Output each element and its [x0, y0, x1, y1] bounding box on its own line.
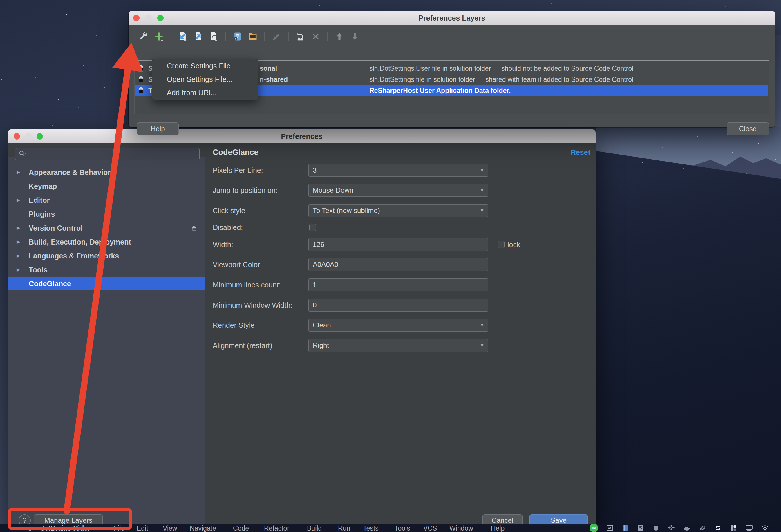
dialog-titlebar[interactable]: Preferences Layers	[128, 11, 775, 25]
disabled-checkbox[interactable]	[309, 224, 316, 231]
lock-checkbox-label: lock	[507, 238, 520, 251]
sidebar-item-codeglance[interactable]: CodeGlance	[8, 277, 205, 290]
chevron-right-icon: ▶	[16, 194, 20, 207]
magnet-app-icon[interactable]	[714, 524, 722, 532]
sidebar-item-keymap[interactable]: Keymap	[8, 179, 205, 193]
window-titlebar[interactable]: Preferences	[8, 129, 595, 144]
cat-app-icon[interactable]	[652, 524, 660, 532]
menu-item-run[interactable]: Run	[338, 524, 350, 532]
wallpaper-stars	[0, 0, 1, 1]
render-style-select[interactable]: Clean ▼	[309, 319, 488, 332]
chevron-right-icon: ▶	[16, 263, 20, 277]
menu-item-build[interactable]: Build	[307, 524, 322, 532]
close-button[interactable]: Close	[727, 122, 769, 135]
toolbar-separator	[171, 32, 171, 41]
split-panels-app-icon[interactable]	[621, 524, 629, 532]
layer-name-fragment: sonal	[260, 63, 277, 74]
help-button[interactable]: Help	[137, 122, 179, 135]
layer-description: ReSharperHost User Application Data fold…	[369, 85, 510, 96]
status-icons: LINE	[589, 524, 769, 532]
preferences-window: Preferences ▶ Appearance & Behavior Keym…	[8, 129, 595, 532]
wallpaper-sky-sliver	[775, 35, 781, 127]
sidebar-item-label: Keymap	[29, 179, 57, 193]
menu-item-tools[interactable]: Tools	[395, 524, 410, 532]
edit-pencil-icon[interactable]	[271, 31, 282, 42]
minimum-window-width-input[interactable]	[309, 299, 488, 312]
sidebar-item-label: Plugins	[29, 207, 55, 221]
alignment-select[interactable]: Right ▼	[309, 339, 488, 352]
select-value: Mouse Down	[313, 184, 353, 196]
field-label-pixels-per-line: Pixels Per Line:	[213, 164, 263, 177]
sidebar-item-tools[interactable]: ▶ Tools	[8, 263, 205, 277]
menu-item-open-settings-file[interactable]: Open Settings File...	[152, 73, 258, 86]
field-label-width: Width:	[213, 238, 233, 251]
click-style-select[interactable]: To Text (new sublime) ▼	[309, 204, 488, 217]
pixels-per-line-select[interactable]: 3 ▼	[309, 164, 488, 177]
wifi-icon[interactable]	[761, 524, 769, 532]
chevron-right-icon: ▶	[16, 221, 20, 235]
shell-app-icon[interactable]	[699, 524, 706, 532]
rollback-icon[interactable]	[295, 31, 305, 42]
chevron-down-icon: ▼	[480, 339, 485, 352]
sidebar-divider	[205, 157, 205, 532]
menu-item-code[interactable]: Code	[233, 524, 249, 532]
import-settings-icon[interactable]	[177, 31, 188, 42]
sidebar-item-plugins[interactable]: Plugins	[8, 207, 205, 221]
line-messenger-icon[interactable]: LINE	[589, 524, 598, 532]
menu-item-navigate[interactable]: Navigate	[190, 524, 216, 532]
move-down-icon[interactable]	[350, 31, 360, 42]
select-value: 3	[313, 164, 317, 176]
toolbar-separator	[288, 32, 289, 41]
export-settings-icon[interactable]	[193, 31, 203, 42]
sidebar-item-build-execution-deployment[interactable]: ▶ Build, Execution, Deployment	[8, 235, 205, 249]
settings-file-icon[interactable]	[232, 31, 243, 42]
preferences-layers-dialog: Preferences Layers	[128, 11, 775, 127]
viewport-color-input[interactable]	[309, 258, 488, 271]
toolbar-separator	[327, 32, 328, 41]
copy-settings-icon[interactable]	[208, 31, 219, 42]
chevron-down-icon: ▼	[480, 184, 485, 196]
sidebar-item-editor[interactable]: ▶ Editor	[8, 194, 205, 207]
menu-item-tests[interactable]: Tests	[363, 524, 379, 532]
menu-item-edit[interactable]: Edit	[137, 524, 148, 532]
chevron-right-icon: ▶	[16, 249, 20, 262]
layer-description: sln.DotSettings file in solution folder …	[369, 74, 633, 85]
field-label-jump-to-position: Jump to position on:	[213, 184, 278, 197]
window-tiles-app-icon[interactable]	[730, 524, 737, 532]
folder-icon[interactable]	[247, 31, 258, 42]
menu-item-create-settings-file[interactable]: Create Settings File...	[152, 59, 258, 73]
menu-item-help[interactable]: Help	[491, 524, 504, 532]
lock-icon	[137, 65, 145, 72]
menu-item-window[interactable]: Window	[449, 524, 473, 532]
wrench-icon[interactable]	[138, 31, 149, 42]
menu-item-refactor[interactable]: Refactor	[264, 524, 289, 532]
lock-checkbox[interactable]	[498, 241, 504, 248]
sidebar-item-label: Editor	[29, 194, 50, 207]
delete-x-icon[interactable]	[311, 31, 321, 42]
jump-to-position-select[interactable]: Mouse Down ▼	[309, 184, 488, 197]
s-badge-app-icon[interactable]	[637, 524, 644, 532]
width-input[interactable]	[309, 238, 488, 251]
sidebar-item-appearance-behavior[interactable]: ▶ Appearance & Behavior	[8, 166, 205, 179]
minimum-lines-count-input[interactable]	[309, 279, 488, 291]
search-icon	[18, 150, 27, 158]
add-layer-icon[interactable]	[154, 31, 164, 42]
move-up-icon[interactable]	[334, 31, 345, 42]
field-label-minimum-window-width: Minimum Window Width:	[213, 299, 292, 312]
field-label-render-style: Render Style	[213, 319, 255, 332]
dialog-title: Preferences Layers	[128, 11, 775, 25]
sidebar-item-version-control[interactable]: ▶ Version Control	[8, 221, 205, 235]
sidebar-item-languages-frameworks[interactable]: ▶ Languages & Frameworks	[8, 249, 205, 262]
menu-item-vcs[interactable]: VCS	[423, 524, 437, 532]
reset-link[interactable]: Reset	[571, 146, 590, 159]
activity-monitor-icon[interactable]	[606, 524, 614, 532]
dropbox-icon[interactable]	[667, 524, 675, 532]
docker-icon[interactable]	[683, 524, 691, 532]
field-label-disabled: Disabled:	[213, 221, 243, 234]
menu-item-view[interactable]: View	[163, 524, 177, 532]
field-label-viewport-color: Viewport Color	[213, 258, 260, 271]
field-label-minimum-lines-count: Minimum lines count:	[213, 279, 281, 291]
airplay-icon[interactable]	[745, 524, 753, 532]
settings-search-input[interactable]	[15, 148, 200, 160]
menu-item-add-from-uri[interactable]: Add from URI...	[152, 86, 258, 99]
